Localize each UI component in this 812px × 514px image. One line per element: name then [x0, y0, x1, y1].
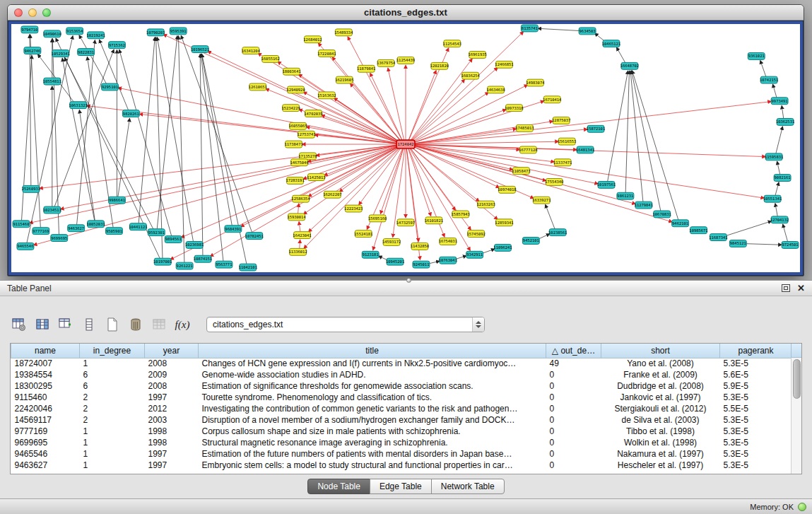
network-node[interactable]: 10790203 [146, 29, 165, 36]
network-node[interactable]: 11254543 [443, 40, 461, 47]
cell-title[interactable]: Tourette syndrome. Phenomenology and cla… [199, 392, 546, 403]
network-node[interactable]: 10763041 [439, 257, 457, 264]
network-node[interactable]: 9820261 [122, 110, 139, 117]
cell-pagerank[interactable]: 5.3E-5 [720, 358, 792, 369]
cell-title[interactable]: Embryonic stem cells: a model to study s… [199, 460, 546, 471]
cell-pagerank[interactable]: 5.3E-5 [720, 392, 792, 403]
network-node[interactable]: 10197561 [597, 181, 616, 188]
cell-pagerank[interactable]: 5.9E-5 [720, 380, 792, 392]
network-node[interactable]: 14634638 [486, 86, 505, 93]
scrollbar-thumb[interactable] [793, 359, 801, 399]
network-node[interactable]: 16777128 [519, 146, 537, 153]
panel-splitter-grip[interactable] [406, 278, 411, 283]
cell-out-de-[interactable]: 0 [546, 369, 601, 380]
function-builder-icon[interactable]: f(x) [173, 315, 192, 334]
network-node[interactable]: 10441121 [129, 223, 147, 230]
network-node[interactable]: 12466851 [495, 61, 513, 68]
network-node[interactable]: 12021820 [430, 62, 449, 69]
network-node[interactable]: 12940920 [286, 86, 305, 93]
cell-title[interactable]: Genome-wide association studies in ADHD. [199, 369, 546, 380]
close-panel-icon[interactable]: ✕ [797, 284, 805, 293]
cell-pagerank[interactable]: 5.3E-5 [720, 448, 792, 460]
table-row[interactable]: 1938455462009Genome-wide association stu… [11, 369, 792, 380]
table-row[interactable]: 969969511998Structural magnetic resonanc… [11, 437, 792, 448]
network-node[interactable]: 15234229 [281, 105, 300, 112]
row-list-icon[interactable] [80, 315, 98, 334]
cell-out-de-[interactable]: 0 [546, 392, 601, 403]
table-row[interactable]: 1830029562008Estimation of significance … [11, 380, 792, 392]
cell-short[interactable]: de Silva et al. (2003) [601, 414, 720, 426]
network-node[interactable]: 11337471 [553, 159, 572, 166]
network-node[interactable]: 25260931 [22, 185, 40, 192]
network-node[interactable]: 9342911 [466, 251, 483, 258]
network-node[interactable]: 15745092 [466, 230, 485, 238]
cell-out-de-[interactable]: 49 [546, 358, 601, 369]
network-node[interactable]: 9153654 [66, 28, 83, 35]
cell-title[interactable]: Disruption of a novel member of a sodium… [199, 414, 546, 426]
cell-short[interactable]: Franke et al. (2009) [601, 369, 720, 380]
network-node[interactable]: 11279841 [635, 201, 653, 209]
network-node[interactable]: 11336012 [288, 248, 307, 255]
network-node[interactable]: 9462101 [672, 220, 689, 227]
cell-in-degree[interactable]: 1 [80, 448, 145, 460]
cell-out-de-[interactable]: 0 [546, 380, 601, 392]
memory-ok-indicator-icon[interactable] [798, 503, 806, 511]
network-node[interactable]: 10945201 [386, 258, 404, 265]
network-node[interactable]: 10196521 [191, 46, 209, 53]
network-node[interactable]: 11738471 [284, 141, 302, 148]
cell-name[interactable]: 22420046 [11, 403, 80, 414]
network-graph[interactable]: 1724042112544391202182016036254146346381… [11, 24, 800, 272]
network-node[interactable]: 9462746 [24, 47, 41, 54]
network-node[interactable]: 16710414 [543, 96, 562, 103]
network-node[interactable]: 16423041 [293, 232, 311, 239]
network-node[interactable]: 12704132 [770, 216, 789, 223]
cell-title[interactable]: Changes of HCN gene expression and I(f) … [199, 358, 546, 369]
cell-pagerank[interactable]: 5.3E-5 [720, 414, 792, 426]
float-panel-icon[interactable] [782, 284, 790, 292]
new-file-icon[interactable] [103, 315, 122, 334]
network-node[interactable]: 9123181 [362, 251, 379, 258]
network-node[interactable]: 18003641 [282, 68, 300, 75]
network-node[interactable]: 15857943 [452, 211, 470, 218]
table-row[interactable]: 911546021997Tourette syndrome. Phenomeno… [11, 392, 792, 403]
network-node[interactable]: 9973491 [771, 98, 788, 105]
network-node[interactable]: 12875037 [552, 117, 570, 124]
network-node[interactable]: 9245011 [413, 261, 430, 268]
show-columns-icon[interactable] [33, 315, 52, 334]
cell-year[interactable]: 2008 [145, 380, 199, 392]
network-node[interactable]: 14732597 [396, 219, 415, 226]
cell-in-degree[interactable]: 1 [80, 358, 145, 369]
network-node[interactable]: 10197001 [153, 258, 172, 265]
network-node[interactable]: 9634503 [579, 28, 596, 35]
cell-short[interactable]: Yano et al. (2008) [601, 358, 720, 369]
cell-name[interactable]: 9463627 [11, 460, 80, 471]
network-node[interactable]: 15695160 [368, 215, 387, 222]
cell-year[interactable]: 1997 [145, 460, 199, 471]
network-node[interactable]: 10465121 [602, 40, 620, 47]
network-node[interactable]: 9699695 [51, 235, 68, 242]
network-node[interactable]: 10234511 [43, 206, 61, 214]
network-node[interactable]: 11042101 [239, 264, 257, 271]
network-node[interactable]: 17554340 [545, 179, 563, 186]
cell-name[interactable]: 9699695 [11, 437, 80, 448]
cell-out-de-[interactable]: 0 [546, 414, 601, 426]
network-node[interactable]: 13679754 [377, 59, 396, 66]
network-node[interactable]: 9845121 [729, 240, 746, 247]
network-node[interactable]: 9361021 [748, 53, 765, 60]
cell-pagerank[interactable]: 5.6E-5 [720, 369, 792, 380]
cell-name[interactable]: 9115460 [11, 392, 80, 403]
cell-in-degree[interactable]: 1 [80, 437, 145, 448]
table-row[interactable]: 1872400712008Changes of HCN gene express… [11, 358, 792, 369]
network-node[interactable]: 14675046 [290, 159, 308, 166]
cell-out-de-[interactable]: 0 [546, 426, 601, 437]
close-window-button[interactable] [14, 8, 23, 17]
cell-in-degree[interactable]: 2 [80, 392, 145, 403]
network-node[interactable]: 9115460 [13, 221, 30, 228]
network-node[interactable]: 16219605 [335, 76, 353, 83]
network-node[interactable]: 16481341 [576, 146, 594, 153]
network-node[interactable]: 10551341 [763, 195, 782, 202]
table-row[interactable]: 2242004622012Investigating the contribut… [11, 403, 792, 414]
network-node[interactable]: 16036254 [461, 72, 481, 79]
tab-network-table[interactable]: Network Table [431, 479, 505, 494]
network-node[interactable]: 10985671 [689, 227, 707, 234]
